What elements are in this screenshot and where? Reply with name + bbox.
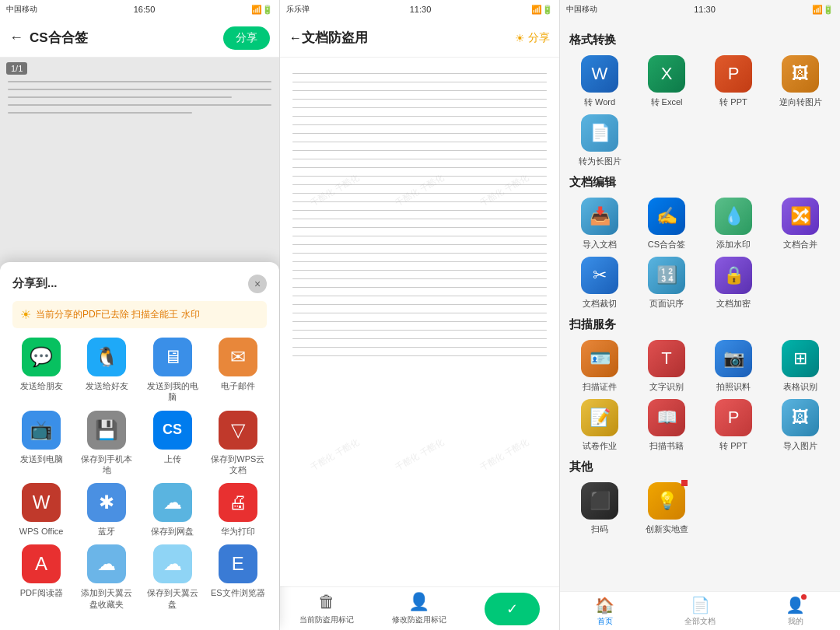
status-time-3: 11:30 (694, 5, 716, 14)
exam-icon: 📝 (581, 399, 618, 436)
feature-cs-sign[interactable]: ✍ CS合合签 (636, 198, 697, 250)
share-label-wpsoffice: WPS Office (19, 526, 64, 537)
table-recog-icon: ⊞ (782, 340, 819, 377)
feature-merge[interactable]: 🔀 文档合并 (770, 198, 831, 250)
feature-ocr[interactable]: 🔢 页面识序 (636, 257, 697, 310)
share-item-wechat[interactable]: 💬 发送给朋友 (12, 338, 70, 403)
netdisk-icon: ☁ (153, 483, 192, 522)
share-label-tianyun2: 保存到天翼云盘 (144, 587, 201, 610)
feature-lock[interactable]: 🔒 文档加密 (703, 257, 764, 310)
share-item-tianyun2[interactable]: ☁ 保存到天翼云盘 (144, 544, 201, 610)
share-item-mypc[interactable]: 🖥 发送到我的电脑 (144, 338, 201, 403)
share-item-save-local[interactable]: 💾 保存到手机本地 (78, 411, 135, 476)
share-btn-2[interactable]: ☀ 分享 (515, 31, 550, 45)
watermark-tile: 千酷化 千酷化 (309, 436, 361, 473)
wps-icon: ▽ (219, 411, 257, 450)
doc-line (8, 96, 232, 98)
share-sun-icon: ☀ (515, 32, 525, 44)
share-button-1[interactable]: 分享 (223, 26, 270, 50)
other-grid: ⬛ 扫码 💡 创新实地查 (569, 482, 831, 535)
email-icon: ✉ (219, 338, 257, 376)
feature-import[interactable]: 📥 导入文档 (569, 198, 630, 250)
share-item-qq[interactable]: 🐧 发送给好友 (78, 338, 135, 403)
lock-icon: 🔒 (715, 257, 752, 294)
import-img-icon: 🖼 (782, 399, 819, 436)
feature-exam[interactable]: 📝 试卷作业 (569, 399, 630, 452)
doc-line (8, 81, 271, 82)
confirm-button[interactable]: ✓ (485, 593, 540, 625)
scan-grid: 🪪 扫描证件 T 文字识别 📷 拍照识料 ⊞ 表格识别 📝 试卷作业 📖 扫 (569, 340, 831, 452)
status-bar-1: 中国移动 16:50 📶🔋 (0, 0, 279, 19)
nav-mine[interactable]: 👤 我的 (786, 596, 805, 627)
exam-label: 试卷作业 (583, 440, 617, 452)
feature-to-ppt[interactable]: P 转 PPT (703, 399, 764, 452)
feature-import-img[interactable]: 🖼 导入图片 (770, 399, 831, 452)
upload-icon: CS (153, 411, 192, 450)
share-item-tv[interactable]: 📺 发送到电脑 (12, 411, 70, 476)
share-label-email: 电子邮件 (221, 380, 255, 391)
share-item-wps[interactable]: ▽ 保存到WPS云文档 (209, 411, 267, 476)
share-label-save-local: 保存到手机本地 (78, 453, 135, 476)
ocr-label: 页面识序 (649, 298, 684, 310)
share-modal-header: 分享到... × (12, 275, 267, 293)
ar-icon: 💡 (648, 482, 685, 520)
es-icon: E (219, 544, 257, 583)
feature-scan-book[interactable]: 📖 扫描书籍 (636, 399, 697, 452)
share-item-wpsoffice[interactable]: W WPS Office (12, 483, 70, 537)
share-label-qq: 发送给好友 (86, 380, 128, 391)
back-icon-2[interactable]: ← (289, 31, 302, 45)
longimg-icon: 📄 (581, 114, 618, 152)
back-icon[interactable]: ← (9, 30, 23, 46)
close-button[interactable]: × (248, 275, 267, 293)
edit-grid: 📥 导入文档 ✍ CS合合签 💧 添加水印 🔀 文档合并 ✂ 文档裁切 🔢 (569, 198, 831, 310)
ar-label: 创新实地查 (646, 523, 688, 535)
merge-label: 文档合并 (783, 239, 817, 250)
feature-longimg[interactable]: 📄 转为长图片 (569, 114, 630, 167)
feature-excel[interactable]: X 转 Excel (636, 55, 697, 108)
share-label-es: ES文件浏览器 (211, 587, 265, 598)
feature-word[interactable]: W 转 Word (569, 55, 630, 108)
feature-ar[interactable]: 💡 创新实地查 (636, 482, 697, 535)
share-item-netdisk[interactable]: ☁ 保存到网盘 (144, 483, 201, 537)
share-label-tianyun: 添加到天翼云盘收藏夹 (78, 587, 135, 610)
share-label-huawei: 华为打印 (221, 526, 255, 537)
share-item-huawei[interactable]: 🖨 华为打印 (209, 483, 267, 537)
panel-format-convert: 中国移动 11:30 📶🔋 格式转换 W 转 Word X 转 Excel P … (560, 0, 840, 630)
share-item-tianyun[interactable]: ☁ 添加到天翼云盘收藏夹 (78, 544, 135, 610)
feature-crop[interactable]: ✂ 文档裁切 (569, 257, 630, 310)
share-item-upload[interactable]: CS 上传 (144, 411, 201, 476)
word-icon: W (581, 55, 618, 93)
feature-text-recog[interactable]: T 文字识别 (636, 340, 697, 393)
status-app-3: 中国移动 (566, 4, 597, 15)
nav-all-docs[interactable]: 📄 全部文档 (684, 596, 716, 627)
share-item-email[interactable]: ✉ 电子邮件 (209, 338, 267, 403)
nav-home[interactable]: 🏠 首页 (595, 596, 614, 627)
feature-qr[interactable]: ⬛ 扫码 (569, 482, 630, 535)
feature-addmark[interactable]: 💧 添加水印 (703, 198, 764, 250)
cs-sign-label: CS合合签 (648, 239, 685, 250)
pc-icon: 🖥 (153, 338, 192, 376)
qr-icon: ⬛ (581, 482, 618, 520)
bluetooth-icon: ✱ (87, 483, 126, 522)
text-recog-label: 文字识别 (649, 381, 684, 393)
wpsoffice-icon: W (22, 483, 61, 522)
page-title-2: 文档防盗用 (302, 29, 515, 47)
share-item-es[interactable]: E ES文件浏览器 (209, 544, 267, 610)
tianyun-icon: ☁ (87, 544, 126, 583)
section-title-format: 格式转换 (569, 33, 831, 47)
feature-scan-cert[interactable]: 🪪 扫描证件 (569, 340, 630, 393)
share-label-mypc: 发送到我的电脑 (144, 380, 201, 403)
feature-table-recog[interactable]: ⊞ 表格识别 (770, 340, 831, 393)
feature-ppt[interactable]: P 转 PPT (703, 55, 764, 108)
share-item-bluetooth[interactable]: ✱ 蓝牙 (78, 483, 135, 537)
delete-watermark-btn[interactable]: 🗑 当前防盗用标记 (299, 592, 354, 625)
feature-img[interactable]: 🖼 逆向转图片 (770, 55, 831, 108)
share-item-pdf[interactable]: A PDF阅读器 (12, 544, 70, 610)
share-label-bluetooth: 蓝牙 (98, 526, 115, 537)
all-docs-icon: 📄 (691, 596, 710, 614)
feature-photo-recog[interactable]: 📷 拍照识料 (703, 340, 764, 393)
addmark-label: 添加水印 (716, 239, 751, 250)
modify-watermark-btn[interactable]: 👤 修改防盗用标记 (392, 592, 446, 625)
modify-icon: 👤 (408, 592, 429, 612)
home-icon: 🏠 (595, 596, 614, 614)
